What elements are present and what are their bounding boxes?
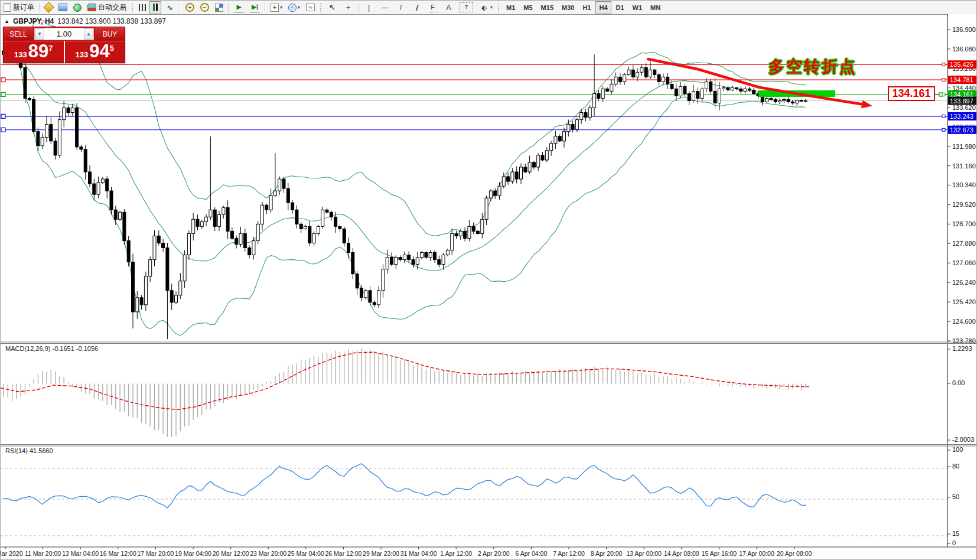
timeframe-h1-button[interactable]: H1 bbox=[579, 1, 594, 14]
svg-text:126.240: 126.240 bbox=[952, 279, 976, 286]
new-order-button[interactable]: 新订单 bbox=[1, 1, 37, 14]
dropdown-arrow-icon: ▾ bbox=[298, 5, 300, 10]
strategy-tester-icon[interactable] bbox=[71, 1, 84, 14]
channel-button[interactable]: || bbox=[409, 1, 424, 14]
strategy-tester-icon bbox=[73, 4, 82, 12]
svg-text:25 Mar 04:00: 25 Mar 04:00 bbox=[288, 550, 324, 557]
chart-shift-button[interactable]: ▶ bbox=[232, 1, 246, 14]
svg-text:11 Mar 20:00: 11 Mar 20:00 bbox=[25, 550, 61, 557]
timeframe-d1-button[interactable]: D1 bbox=[613, 1, 628, 14]
channel-icon: || bbox=[411, 3, 424, 12]
svg-text:2 Apr 20:00: 2 Apr 20:00 bbox=[478, 550, 510, 557]
zoom-out-button[interactable]: − bbox=[198, 1, 211, 14]
svg-text:132.673: 132.673 bbox=[950, 126, 973, 134]
toolbar-separator bbox=[265, 3, 266, 12]
svg-text:133.897: 133.897 bbox=[950, 97, 973, 105]
mt4-window: 新订单自动交易∿+−▶▶|+▾◴▾∿↖+|—/||FAT⬖▾M1M5M15M30… bbox=[0, 0, 977, 560]
cursor-button[interactable]: ↖ bbox=[325, 1, 340, 14]
chart-canvas[interactable]: 136.900136.080135.260134.440133.620132.8… bbox=[1, 14, 977, 560]
svg-text:29 Mar 23:00: 29 Mar 23:00 bbox=[363, 550, 399, 557]
chart-shift-icon: ▶ bbox=[234, 3, 244, 12]
price-callout-box[interactable]: 134.161 bbox=[888, 86, 935, 101]
volume-stepper: ▼ ▲ bbox=[34, 28, 94, 40]
timeframe-h4-button[interactable]: H4 bbox=[595, 1, 611, 14]
shapes-button[interactable]: ⬖▾ bbox=[477, 1, 495, 14]
indicators-button[interactable]: ∿ bbox=[304, 1, 317, 14]
bar-chart-button[interactable] bbox=[136, 1, 148, 14]
tile-windows-button[interactable] bbox=[213, 1, 226, 14]
market-watch-icon[interactable] bbox=[43, 1, 55, 14]
svg-text:129.520: 129.520 bbox=[952, 201, 976, 208]
svg-text:127.880: 127.880 bbox=[952, 240, 976, 247]
text-button[interactable]: A bbox=[441, 1, 456, 14]
market-watch-icon bbox=[43, 2, 54, 12]
auto-scroll-button[interactable]: ▶| bbox=[247, 1, 262, 14]
timeframe-m1-button[interactable]: M1 bbox=[503, 1, 519, 14]
zoom-in-button[interactable]: + bbox=[183, 1, 197, 14]
crosshair-button[interactable]: + bbox=[341, 1, 356, 14]
text-label-button[interactable]: T bbox=[457, 1, 476, 14]
buy-price[interactable]: 133 94 5 bbox=[65, 41, 125, 63]
timeframe-m5-button[interactable]: M5 bbox=[520, 1, 536, 14]
auto-scroll-icon: ▶| bbox=[250, 3, 260, 12]
bar-chart-icon bbox=[139, 4, 146, 11]
svg-text:1 Apr 12:00: 1 Apr 12:00 bbox=[440, 550, 472, 557]
zoom-out-icon: − bbox=[200, 3, 209, 12]
collapse-icon[interactable]: ▲ bbox=[4, 18, 9, 24]
svg-text:130.340: 130.340 bbox=[952, 181, 976, 188]
sell-price-main: 89 bbox=[28, 43, 48, 60]
svg-text:80: 80 bbox=[952, 463, 959, 470]
profiles-icon: ◴ bbox=[288, 4, 297, 12]
horizontal-line-button[interactable]: — bbox=[377, 1, 392, 14]
vertical-line-icon: | bbox=[364, 3, 374, 12]
candlestick-chart-button[interactable] bbox=[149, 1, 161, 14]
symbol-period-label: GBPJPY, H4 bbox=[13, 17, 54, 25]
svg-text:17 Mar 20:00: 17 Mar 20:00 bbox=[137, 550, 174, 557]
trendline-button[interactable]: / bbox=[393, 1, 408, 14]
chart-window: 136.900136.080135.260134.440133.620132.8… bbox=[1, 14, 977, 560]
macd-indicator-label: MACD(12,26,9) -0.1651 -0.1056 bbox=[5, 345, 98, 352]
toolbar-separator bbox=[320, 3, 323, 12]
toolbar-separator bbox=[358, 3, 359, 12]
dropdown-arrow-icon: ▾ bbox=[280, 5, 282, 10]
dropdown-arrow-icon: ▾ bbox=[490, 5, 493, 10]
svg-text:23 Mar 20:00: 23 Mar 20:00 bbox=[250, 550, 286, 557]
svg-text:0: 0 bbox=[952, 539, 956, 546]
rsi-indicator-label: RSI(14) 41.5660 bbox=[5, 447, 53, 454]
svg-text:31 Mar 04:00: 31 Mar 04:00 bbox=[400, 550, 437, 557]
new-chart-button[interactable]: +▾ bbox=[268, 1, 285, 14]
svg-text:-2.0003: -2.0003 bbox=[952, 436, 974, 443]
timeframe-mn-button[interactable]: MN bbox=[647, 1, 664, 14]
text-icon: A bbox=[444, 3, 454, 12]
toolbar-separator bbox=[180, 3, 181, 12]
shapes-icon: ⬖ bbox=[479, 3, 489, 12]
svg-text:1.2293: 1.2293 bbox=[952, 345, 972, 352]
timeframe-w1-button[interactable]: W1 bbox=[629, 1, 646, 14]
sell-button[interactable]: SELL bbox=[4, 27, 33, 41]
volume-input[interactable] bbox=[44, 28, 84, 40]
profiles-button[interactable]: ◴▾ bbox=[286, 1, 302, 14]
svg-text:0.00: 0.00 bbox=[952, 379, 965, 386]
buy-button[interactable]: BUY bbox=[95, 27, 125, 41]
volume-increase-button[interactable]: ▲ bbox=[84, 28, 93, 40]
autotrading-button[interactable]: 自动交易 bbox=[85, 1, 129, 14]
svg-text:17 Apr 00:00: 17 Apr 00:00 bbox=[739, 550, 774, 557]
timeframe-m30-button[interactable]: M30 bbox=[558, 1, 578, 14]
line-chart-button[interactable]: ∿ bbox=[162, 1, 177, 14]
turning-point-annotation[interactable]: 多空转折点 bbox=[768, 56, 857, 77]
vertical-line-button[interactable]: | bbox=[362, 1, 376, 14]
text-label-icon: T bbox=[460, 2, 473, 12]
volume-decrease-button[interactable]: ▼ bbox=[35, 28, 44, 40]
svg-text:20 Apr 08:00: 20 Apr 08:00 bbox=[777, 550, 812, 557]
svg-text:50: 50 bbox=[952, 493, 959, 500]
svg-text:136.900: 136.900 bbox=[952, 26, 976, 33]
svg-text:13 Apr 00:00: 13 Apr 00:00 bbox=[626, 550, 662, 557]
svg-text:135.426: 135.426 bbox=[950, 61, 973, 68]
svg-text:127.060: 127.060 bbox=[952, 259, 976, 266]
fibonacci-button[interactable]: F bbox=[425, 1, 440, 14]
data-window-icon[interactable] bbox=[56, 1, 70, 14]
sell-price[interactable]: 133 89 7 bbox=[4, 41, 65, 63]
timeframe-m15-button[interactable]: M15 bbox=[538, 1, 557, 14]
tile-windows-icon bbox=[215, 4, 223, 12]
svg-text:124.600: 124.600 bbox=[952, 318, 976, 325]
